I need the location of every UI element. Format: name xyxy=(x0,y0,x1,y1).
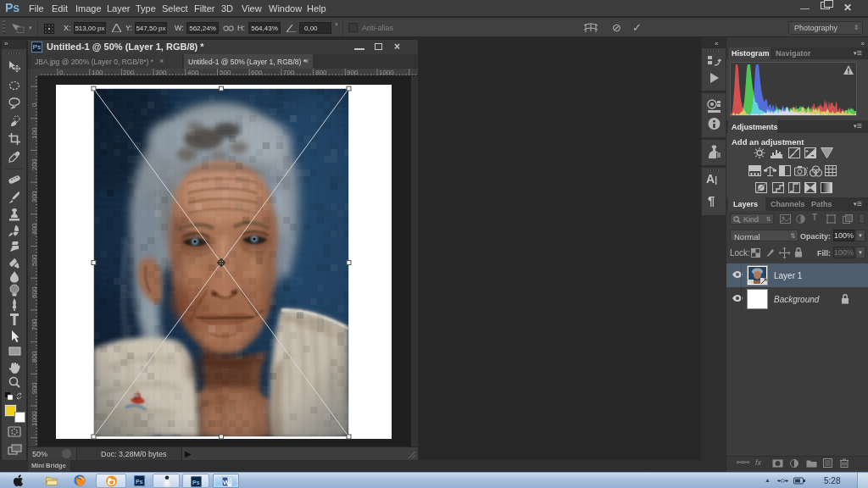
svg-text:300: 300 xyxy=(31,191,38,202)
svg-text:100: 100 xyxy=(92,69,103,76)
svg-text:600: 600 xyxy=(31,286,38,298)
svg-text:500: 500 xyxy=(31,254,38,266)
svg-text:100: 100 xyxy=(31,127,38,139)
svg-text:800: 800 xyxy=(31,351,38,363)
svg-text:500: 500 xyxy=(220,69,231,76)
svg-text:600: 600 xyxy=(251,69,263,76)
svg-text:Ps: Ps xyxy=(136,479,143,485)
svg-text:0: 0 xyxy=(59,69,64,76)
svg-text:200: 200 xyxy=(31,158,38,170)
svg-text:300: 300 xyxy=(155,69,167,76)
svg-text:900: 900 xyxy=(31,382,38,394)
svg-text:1000: 1000 xyxy=(379,69,394,76)
svg-text:200: 200 xyxy=(123,69,135,76)
svg-text:400: 400 xyxy=(187,69,199,76)
svg-text:700: 700 xyxy=(31,319,38,330)
svg-text:900: 900 xyxy=(347,69,359,76)
svg-text:0: 0 xyxy=(31,103,38,107)
svg-text:800: 800 xyxy=(315,69,327,76)
svg-text:400: 400 xyxy=(31,223,38,235)
svg-text:700: 700 xyxy=(283,69,295,76)
svg-text:Ps: Ps xyxy=(192,480,200,485)
svg-text:1000: 1000 xyxy=(31,411,38,426)
